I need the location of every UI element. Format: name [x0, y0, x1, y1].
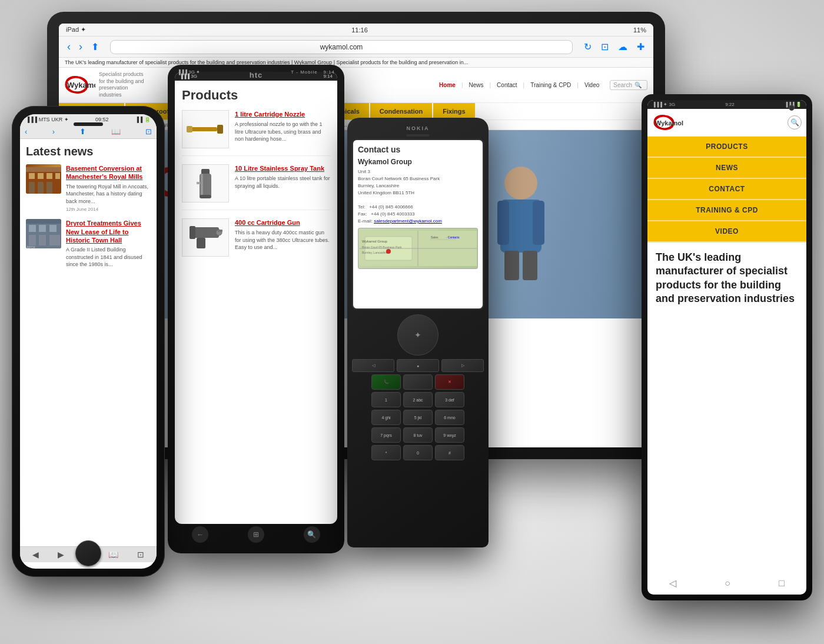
product-info-2: 10 Litre Stainless Spray Tank A 10 litre… [235, 164, 330, 203]
nokia-row-3[interactable]: 4 ghi 5 jkl 6 mno [352, 410, 484, 425]
htc-back-btn[interactable]: ← [192, 526, 208, 543]
nokia-keypad[interactable]: ✦ ◁ ● ▷ 📞 ✕ 1 2 abc 3 def 4 ghi 5 jkl 6 … [352, 314, 484, 460]
iphone-forward-btn[interactable]: › [52, 127, 55, 136]
search-icon[interactable]: 🔍 [634, 82, 642, 88]
bookmarks-button[interactable]: ⊡ [598, 40, 612, 54]
nokia-2[interactable]: 2 abc [403, 392, 433, 407]
tablet-browser-bar[interactable]: ‹ › ⬆ wykamol.com ↻ ⊡ ☁ ✚ [59, 36, 653, 58]
svg-rect-22 [29, 235, 36, 245]
nokia-screen: Contact us Wykamol Group Unit 3 Boran Co… [352, 139, 484, 310]
forward-button[interactable]: › [77, 39, 85, 54]
product-item-3: 400 cc Cartridge Gun This is a heavy dut… [182, 218, 330, 264]
nokia-row-5[interactable]: * 0 # [352, 445, 484, 460]
iphone-next-btn[interactable]: ▶ [58, 550, 64, 559]
android-menu-products[interactable]: PRODUCTS [647, 137, 806, 158]
android-bottom-bar[interactable]: ◁ ○ □ [642, 574, 812, 592]
product-name-3[interactable]: 400 cc Cartridge Gun [235, 218, 330, 227]
nokia-call-btn[interactable]: 📞 [371, 374, 401, 390]
news-title-2[interactable]: Dryrot Treatments Gives New Lease of Lif… [66, 219, 151, 244]
svg-point-3 [504, 167, 537, 200]
refresh-button[interactable]: ↻ [581, 40, 594, 54]
iphone-back-btn[interactable]: ‹ [25, 127, 27, 136]
product-name-1[interactable]: 1 litre Cartridge Nozzle [235, 110, 330, 118]
android-logo-svg: Wykamol [652, 112, 693, 132]
android-menu-training[interactable]: TRAINING & CPD [647, 200, 806, 221]
nav-fixings[interactable]: Fixings [433, 103, 475, 119]
nokia-center-btn[interactable]: ● [397, 359, 439, 372]
svg-rect-34 [197, 182, 200, 184]
android-menu-contact[interactable]: CONTACT [647, 179, 806, 200]
android-home-btn[interactable]: ○ [725, 578, 730, 589]
iphone-tabs-bottom[interactable]: ⊡ [137, 550, 144, 559]
htc-brand: htc [250, 71, 263, 79]
android-site-header: Wykamol 🔍 [647, 109, 806, 137]
product-name-2[interactable]: 10 Litre Stainless Spray Tank [235, 164, 330, 172]
nokia-function-row[interactable]: ◁ ● ▷ [352, 359, 484, 372]
nav-video[interactable]: Video [584, 82, 599, 88]
nokia-1[interactable]: 1 [371, 392, 401, 407]
iphone-prev-btn[interactable]: ◀ [32, 550, 39, 559]
site-nav[interactable]: Home | News | Contact | Training & CPD |… [439, 80, 647, 90]
svg-rect-20 [39, 225, 46, 232]
tab-button[interactable]: ☁ [615, 40, 630, 54]
nokia-left-soft[interactable]: ◁ [352, 359, 394, 372]
android-tagline: The UK's leading manufacturer of special… [647, 243, 806, 314]
iphone-tabs-btn[interactable]: ⊡ [145, 127, 152, 136]
nokia-9[interactable]: 9 wxyz [435, 427, 464, 443]
iphone-bookmarks-btn[interactable]: 📖 [111, 127, 121, 136]
htc-screen: ▐▐▐ 3G 9:14 Products 1 litre Cartrid [175, 72, 337, 524]
iphone-share-btn[interactable]: ⬆ [79, 127, 86, 136]
iphone-bookmarks-bottom[interactable]: 📖 [108, 550, 118, 559]
svg-rect-32 [201, 174, 203, 197]
back-button[interactable]: ‹ [65, 39, 73, 54]
android-back-btn[interactable]: ◁ [669, 577, 676, 589]
share-button[interactable]: ⬆ [88, 40, 102, 54]
news-title-1[interactable]: Basement Conversion at Manchester's Roya… [66, 164, 151, 181]
nav-contact[interactable]: Contact [497, 82, 517, 88]
svg-rect-11 [38, 173, 44, 179]
nokia-row-1[interactable]: 📞 ✕ [352, 374, 484, 390]
svg-rect-7 [504, 251, 519, 280]
nokia-6[interactable]: 6 mno [435, 410, 464, 425]
svg-rect-5 [497, 201, 509, 245]
new-tab-button[interactable]: ✚ [634, 40, 647, 54]
nokia-hash[interactable]: # [435, 445, 464, 460]
nokia-row-4[interactable]: 7 pqrs 8 tuv 9 wxyz [352, 427, 484, 443]
nav-news[interactable]: News [469, 82, 483, 88]
htc-search-btn[interactable]: 🔍 [304, 526, 320, 543]
nokia-7[interactable]: 7 pqrs [371, 427, 401, 443]
nokia-right-soft[interactable]: ▷ [441, 359, 484, 372]
iphone-browser-bar[interactable]: ‹ › ⬆ 📖 ⊡ [20, 125, 157, 139]
nokia-nav-ring[interactable]: ✦ [397, 314, 438, 356]
nokia-email-link[interactable]: salesdepartment@wykamol.com [374, 218, 442, 224]
android-menu-video[interactable]: VIDEO [647, 221, 806, 243]
nokia-8[interactable]: 8 tuv [403, 427, 433, 443]
htc-windows-btn[interactable]: ⊞ [248, 526, 264, 543]
nav-home[interactable]: Home [439, 82, 456, 88]
android-recents-btn[interactable]: □ [779, 578, 785, 589]
nokia-5[interactable]: 5 jkl [403, 410, 433, 425]
android-menu-news[interactable]: NEWS [647, 158, 806, 179]
iphone-section-title: Latest news [26, 145, 151, 158]
nokia-3[interactable]: 3 def [435, 392, 464, 407]
tablet-status-time: 11:16 [351, 26, 368, 34]
news-thumb-2: EPOX [26, 219, 61, 248]
nokia-address-2: Boran Court Network 65 Business Park [358, 175, 478, 182]
htc-bottom-bar[interactable]: ← ⊞ 🔍 [168, 522, 344, 547]
nokia-end-btn[interactable]: ✕ [435, 374, 464, 390]
iphone-home-button[interactable] [75, 540, 101, 566]
nokia-star[interactable]: * [371, 445, 401, 460]
nav-training[interactable]: Training & CPD [530, 82, 571, 88]
svg-rect-17 [26, 167, 61, 172]
android-search-button[interactable]: 🔍 [788, 115, 802, 130]
iphone-device: ▐▐▐ MTS UKR ✦ 09:52 ▐▐ 🔋 ‹ › ⬆ 📖 ⊡ Lates… [12, 106, 165, 577]
nokia-row-2[interactable]: 1 2 abc 3 def [352, 392, 484, 407]
nokia-4[interactable]: 4 ghi [371, 410, 401, 425]
nav-condensation[interactable]: Condensation [370, 103, 433, 119]
android-menu[interactable]: PRODUCTS NEWS CONTACT TRAINING & CPD VID… [647, 137, 806, 243]
url-bar[interactable]: wykamol.com [110, 40, 573, 54]
htc-content: Products 1 litre Cartridge Nozzle A prof… [175, 81, 337, 519]
news-text-2: Dryrot Treatments Gives New Lease of Lif… [66, 219, 151, 268]
search-bar[interactable]: Search 🔍 [610, 80, 647, 90]
nokia-0[interactable]: 0 [403, 445, 433, 460]
